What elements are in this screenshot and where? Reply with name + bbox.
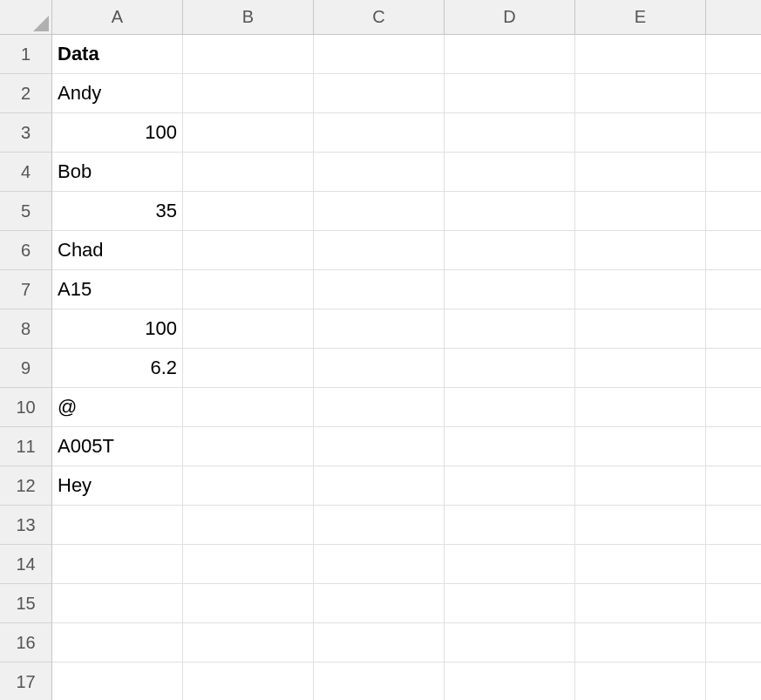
column-header-C[interactable]: C — [314, 0, 445, 35]
cell-D7[interactable] — [445, 270, 575, 309]
cell-C12[interactable] — [314, 466, 445, 506]
cell-D6[interactable] — [445, 231, 575, 270]
cell-A3[interactable]: 100 — [52, 113, 183, 153]
cell-D5[interactable] — [445, 192, 575, 231]
cell-C16[interactable] — [314, 623, 445, 663]
cell-B17[interactable] — [183, 663, 314, 700]
cell-D16[interactable] — [445, 623, 575, 663]
cell-A8[interactable]: 100 — [52, 309, 183, 349]
row-header-7[interactable]: 7 — [0, 270, 52, 309]
cell-C4[interactable] — [314, 153, 445, 192]
cell-D3[interactable] — [445, 113, 575, 153]
cell-B1[interactable] — [183, 35, 314, 74]
cell-D4[interactable] — [445, 153, 575, 192]
cell-C17[interactable] — [314, 663, 445, 700]
cell-F5[interactable] — [706, 192, 761, 231]
cell-F4[interactable] — [706, 153, 761, 192]
cell-D17[interactable] — [445, 663, 575, 700]
cell-E15[interactable] — [575, 584, 706, 623]
cell-C2[interactable] — [314, 74, 445, 113]
cell-A17[interactable] — [52, 663, 183, 700]
cell-B3[interactable] — [183, 113, 314, 153]
cell-A9[interactable]: 6.2 — [52, 349, 183, 388]
cell-E14[interactable] — [575, 545, 706, 584]
cell-D2[interactable] — [445, 74, 575, 113]
column-header-F[interactable] — [706, 0, 761, 35]
cell-E2[interactable] — [575, 74, 706, 113]
row-header-14[interactable]: 14 — [0, 545, 52, 584]
cell-D11[interactable] — [445, 427, 575, 466]
row-header-11[interactable]: 11 — [0, 427, 52, 466]
cell-C9[interactable] — [314, 349, 445, 388]
cell-E5[interactable] — [575, 192, 706, 231]
row-header-5[interactable]: 5 — [0, 192, 52, 231]
cell-D12[interactable] — [445, 466, 575, 506]
cell-A11[interactable]: A005T — [52, 427, 183, 466]
cell-B9[interactable] — [183, 349, 314, 388]
cell-A16[interactable] — [52, 623, 183, 663]
cell-A12[interactable]: Hey — [52, 466, 183, 506]
cell-A5[interactable]: 35 — [52, 192, 183, 231]
cell-A7[interactable]: A15 — [52, 270, 183, 309]
row-header-10[interactable]: 10 — [0, 388, 52, 427]
cell-E6[interactable] — [575, 231, 706, 270]
cell-F12[interactable] — [706, 466, 761, 506]
cell-F6[interactable] — [706, 231, 761, 270]
cell-D9[interactable] — [445, 349, 575, 388]
cell-C13[interactable] — [314, 506, 445, 545]
cell-C8[interactable] — [314, 309, 445, 349]
cell-B8[interactable] — [183, 309, 314, 349]
cell-D10[interactable] — [445, 388, 575, 427]
column-header-E[interactable]: E — [575, 0, 706, 35]
cell-B6[interactable] — [183, 231, 314, 270]
cell-D1[interactable] — [445, 35, 575, 74]
cell-A6[interactable]: Chad — [52, 231, 183, 270]
cell-D13[interactable] — [445, 506, 575, 545]
row-header-4[interactable]: 4 — [0, 153, 52, 192]
column-header-B[interactable]: B — [183, 0, 314, 35]
cell-D14[interactable] — [445, 545, 575, 584]
cell-F3[interactable] — [706, 113, 761, 153]
cell-C14[interactable] — [314, 545, 445, 584]
cell-E7[interactable] — [575, 270, 706, 309]
cell-A2[interactable]: Andy — [52, 74, 183, 113]
row-header-13[interactable]: 13 — [0, 506, 52, 545]
column-header-D[interactable]: D — [445, 0, 575, 35]
cell-A4[interactable]: Bob — [52, 153, 183, 192]
cell-F2[interactable] — [706, 74, 761, 113]
row-header-1[interactable]: 1 — [0, 35, 52, 74]
cell-E8[interactable] — [575, 309, 706, 349]
cell-F17[interactable] — [706, 663, 761, 700]
cell-E3[interactable] — [575, 113, 706, 153]
cell-B13[interactable] — [183, 506, 314, 545]
cell-E17[interactable] — [575, 663, 706, 700]
cell-B7[interactable] — [183, 270, 314, 309]
cell-D15[interactable] — [445, 584, 575, 623]
cell-C15[interactable] — [314, 584, 445, 623]
spreadsheet-grid[interactable]: ABCDE1Data2Andy31004Bob5356Chad7A1581009… — [0, 0, 761, 700]
cell-C5[interactable] — [314, 192, 445, 231]
column-header-A[interactable]: A — [52, 0, 183, 35]
cell-B11[interactable] — [183, 427, 314, 466]
cell-B5[interactable] — [183, 192, 314, 231]
cell-B10[interactable] — [183, 388, 314, 427]
cell-F10[interactable] — [706, 388, 761, 427]
select-all-corner[interactable] — [0, 0, 52, 35]
cell-C10[interactable] — [314, 388, 445, 427]
cell-C1[interactable] — [314, 35, 445, 74]
cell-A13[interactable] — [52, 506, 183, 545]
cell-F1[interactable] — [706, 35, 761, 74]
cell-B16[interactable] — [183, 623, 314, 663]
cell-F14[interactable] — [706, 545, 761, 584]
cell-E16[interactable] — [575, 623, 706, 663]
cell-E1[interactable] — [575, 35, 706, 74]
cell-B15[interactable] — [183, 584, 314, 623]
row-header-12[interactable]: 12 — [0, 466, 52, 506]
cell-E13[interactable] — [575, 506, 706, 545]
cell-F9[interactable] — [706, 349, 761, 388]
row-header-9[interactable]: 9 — [0, 349, 52, 388]
cell-B2[interactable] — [183, 74, 314, 113]
cell-E11[interactable] — [575, 427, 706, 466]
row-header-2[interactable]: 2 — [0, 74, 52, 113]
cell-B4[interactable] — [183, 153, 314, 192]
